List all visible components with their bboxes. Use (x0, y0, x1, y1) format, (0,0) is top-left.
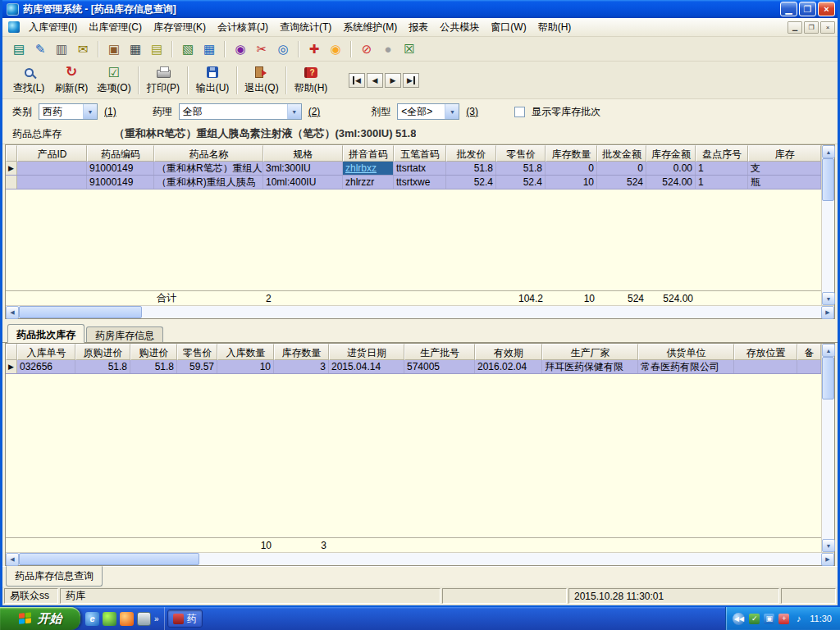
cell-drug-name[interactable]: （重和林R笔芯）重组人 (154, 162, 263, 175)
scroll-left-icon[interactable]: ◀ (6, 306, 19, 319)
cell-retail-price[interactable]: 52.4 (496, 176, 546, 189)
cell-storage-location[interactable] (734, 360, 797, 373)
paste-icon[interactable]: ▣ (104, 39, 124, 59)
tab-pharmacy-stock[interactable]: 药房库存信息 (86, 326, 163, 342)
batch-row-1[interactable]: ▶ 032656 51.8 51.8 59.57 10 3 2015.04.14… (6, 360, 821, 374)
preview-image-icon[interactable]: ◉ (231, 39, 250, 59)
nav-prev-button[interactable]: ◀ (367, 73, 383, 88)
hide-icons-chevron-icon[interactable]: ◀◀ (733, 613, 745, 625)
chevron-down-icon[interactable]: ▼ (83, 104, 97, 119)
cell-drug-code[interactable]: 91000149 (87, 162, 154, 175)
cell-in-qty[interactable]: 10 (217, 360, 274, 373)
cell-original-purchase-price[interactable]: 51.8 (75, 360, 130, 373)
row-selector[interactable]: ▶ (6, 162, 17, 175)
cell-spec[interactable]: 3ml:300IU (263, 162, 343, 175)
stock-grid-hscrollbar[interactable]: ◀ ▶ (6, 305, 834, 318)
export-button[interactable]: 输出(U) (191, 63, 234, 98)
pharmacology-combobox[interactable]: 全部 ▼ (179, 103, 302, 120)
mdi-minimize-button[interactable]: ▁ (788, 21, 802, 34)
cell-drug-name[interactable]: （重和林R)重组人胰岛 (154, 176, 263, 189)
cell-wholesale-amount[interactable]: 524 (597, 176, 646, 189)
cell-inventory-seq[interactable]: 1 (696, 162, 748, 175)
cell-inventory-seq[interactable]: 1 (696, 176, 748, 189)
category-combobox[interactable]: 西药 ▼ (39, 103, 98, 120)
security-shield-icon[interactable]: ✓ (749, 614, 760, 624)
chevron-down-icon[interactable]: ▼ (287, 104, 301, 119)
zoom-icon[interactable]: ◎ (273, 39, 293, 59)
cell-purchase-date[interactable]: 2015.04.14 (329, 360, 404, 373)
start-button[interactable]: 开始 (0, 607, 80, 630)
cell-expiry-date[interactable]: 2016.02.04 (475, 360, 542, 373)
cell-product-id[interactable] (17, 176, 87, 189)
cell-stock-qty[interactable]: 10 (546, 176, 597, 189)
scroll-down-icon[interactable]: ▼ (822, 539, 835, 552)
show-desktop-icon[interactable] (137, 612, 151, 626)
mail-check-icon[interactable]: ✉ (73, 39, 93, 59)
cell-unit[interactable]: 支 (748, 162, 821, 175)
cell-supplier[interactable]: 常春医药有限公司 (638, 360, 734, 373)
options-button[interactable]: ☑ 选项(O) (93, 63, 135, 98)
cell-wholesale-price[interactable]: 51.8 (446, 162, 496, 175)
scroll-down-icon[interactable]: ▼ (822, 292, 835, 305)
scroll-right-icon[interactable]: ▶ (821, 553, 834, 566)
cell-retail-price[interactable]: 59.57 (177, 360, 217, 373)
stock-grid-vscrollbar[interactable]: ▲ ▼ (821, 145, 834, 305)
cell-stock-qty[interactable]: 3 (274, 360, 329, 373)
cell-spec[interactable]: 10ml:400IU (263, 176, 343, 189)
row-selector[interactable]: ▶ (6, 360, 17, 373)
row-selector[interactable] (6, 176, 17, 189)
taskbar-clock[interactable]: 11:30 (810, 614, 832, 623)
mdi-close-button[interactable]: × (820, 21, 835, 34)
cell-unit[interactable]: 瓶 (748, 176, 821, 189)
stock-row-1[interactable]: ▶ 91000149 （重和林R笔芯）重组人 3ml:300IU zhlrbxz… (6, 162, 821, 176)
nav-last-button[interactable]: ▶ (403, 73, 419, 88)
cell-wubi-code[interactable]: ttsrtxwe (394, 176, 446, 189)
menu-help[interactable]: 帮助(H) (532, 18, 578, 37)
network-icon[interactable]: ▣ (764, 614, 774, 624)
health-monitor-icon[interactable]: + (778, 614, 789, 624)
cell-product-id[interactable] (17, 162, 87, 175)
menu-common-modules[interactable]: 公共模块 (434, 18, 485, 37)
cut-icon[interactable]: ✂ (252, 39, 272, 59)
vscroll-track[interactable] (822, 201, 834, 292)
tab-stock-query[interactable]: 药品库存信息查询 (6, 566, 103, 587)
table-icon[interactable]: ▦ (199, 39, 219, 59)
notes-icon[interactable]: ▤ (147, 39, 167, 59)
tab-batch-stock[interactable]: 药品批次库存 (7, 324, 84, 343)
sphere-icon[interactable]: ● (378, 39, 398, 59)
cell-remark[interactable] (797, 360, 821, 373)
menu-maintenance[interactable]: 系统维护(M) (337, 18, 403, 37)
cell-manufacturer[interactable]: 拜耳医药保健有限 (542, 360, 638, 373)
find-button[interactable]: 查找(L) (7, 63, 50, 98)
minimize-button[interactable]: ▁ (780, 2, 797, 16)
exit-button[interactable]: 退出(Q) (240, 63, 283, 98)
hscroll-track[interactable] (142, 306, 821, 318)
close-grid-icon[interactable]: ☒ (399, 39, 419, 59)
stock-row-2[interactable]: 91000149 （重和林R)重组人胰岛 10ml:400IU zhlrzzr … (6, 176, 821, 189)
hscroll-thumb[interactable] (19, 306, 142, 318)
menu-query[interactable]: 查询统计(T) (274, 18, 337, 37)
menu-reports[interactable]: 报表 (403, 18, 434, 37)
hscroll-thumb[interactable] (19, 553, 199, 565)
document-print-icon[interactable]: ▥ (52, 39, 71, 59)
menu-accounting[interactable]: 会计核算(J) (212, 18, 274, 37)
quick-launch-more-icon[interactable]: » (154, 614, 159, 623)
scroll-right-icon[interactable]: ▶ (821, 306, 834, 319)
vscroll-thumb[interactable] (822, 158, 834, 201)
volume-icon[interactable]: ♪ (793, 614, 804, 624)
cell-stock-amount[interactable]: 524.00 (646, 176, 696, 189)
menu-stock[interactable]: 库存管理(K) (148, 18, 212, 37)
cell-purchase-price[interactable]: 51.8 (130, 360, 177, 373)
cell-batch-no[interactable]: 574005 (404, 360, 475, 373)
save-disk-icon[interactable]: ▦ (126, 39, 145, 59)
scroll-up-icon[interactable]: ▲ (822, 344, 835, 357)
help-button[interactable]: ? 帮助(H) (290, 63, 332, 98)
print-button[interactable]: 打印(P) (142, 63, 185, 98)
hscroll-track[interactable] (199, 553, 821, 565)
export-grid-icon[interactable]: ▧ (178, 39, 198, 59)
chevron-down-icon[interactable]: ▼ (445, 104, 459, 119)
cell-wholesale-amount[interactable]: 0 (597, 162, 646, 175)
scroll-left-icon[interactable]: ◀ (6, 553, 19, 566)
media-player-icon[interactable] (120, 612, 134, 626)
internet-explorer-icon[interactable]: e (85, 612, 99, 626)
